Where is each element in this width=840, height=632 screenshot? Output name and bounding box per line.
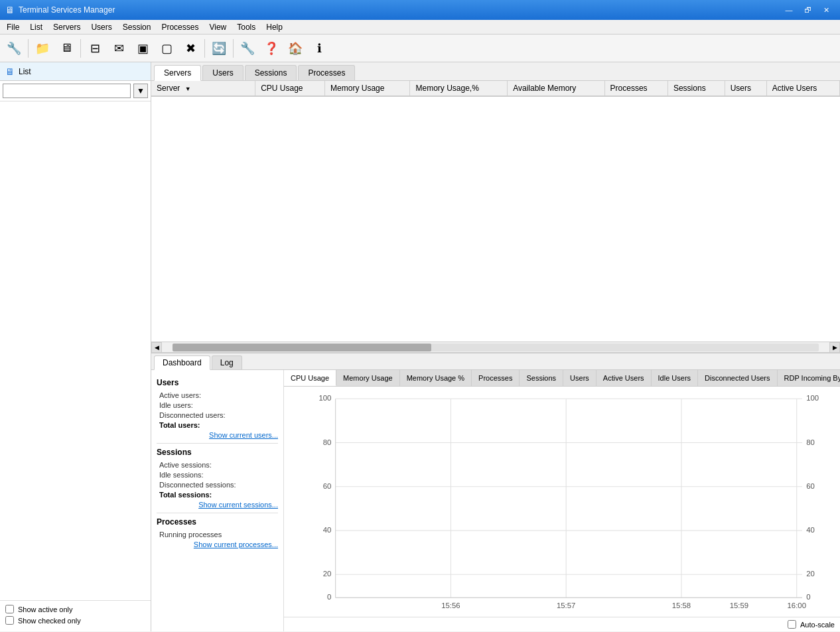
message-tool-button[interactable]: ✉ (107, 37, 130, 60)
main-tab-bar: Servers Users Sessions Processes (151, 62, 840, 81)
left-panel: 🖥 List ▼ Show active only Show checked o… (0, 62, 151, 631)
sessions-section-title: Sessions (157, 448, 278, 457)
svg-text:15:56: 15:56 (441, 601, 460, 609)
show-checked-row: Show checked only (5, 616, 145, 625)
info-tool-button[interactable]: ℹ (308, 37, 330, 60)
properties-tool-button[interactable]: 🔧 (3, 37, 25, 60)
chart-tab-users[interactable]: Users (563, 370, 596, 386)
restore-button[interactable]: 🗗 (799, 3, 816, 17)
running-processes-label: Running processes (159, 531, 222, 538)
col-processes[interactable]: Processes (604, 81, 667, 96)
autoscale-checkbox[interactable] (788, 620, 796, 629)
chart-tab-rdp[interactable]: RDP Incoming Bytes (778, 370, 840, 386)
disconnected-users-row: Disconnected users: (157, 411, 278, 419)
svg-text:0: 0 (327, 593, 331, 601)
scroll-left-btn[interactable]: ◀ (151, 342, 162, 353)
menu-item-session[interactable]: Session (117, 20, 157, 34)
tab-sessions[interactable]: Sessions (245, 65, 297, 80)
menu-item-view[interactable]: View (204, 20, 232, 34)
connect-tool-button[interactable]: ▣ (131, 37, 154, 60)
scroll-right-btn[interactable]: ▶ (829, 342, 840, 353)
col-sessions[interactable]: Sessions (667, 81, 725, 96)
tab-users[interactable]: Users (202, 65, 243, 80)
active-sessions-label: Active sessions: (159, 461, 212, 469)
chart-tab-bar: CPU Usage Memory Usage Memory Usage % Pr… (284, 370, 840, 387)
terminate-tool-button[interactable]: ✖ (179, 37, 202, 60)
running-processes-row: Running processes (157, 531, 278, 538)
show-active-checkbox[interactable] (5, 605, 14, 613)
tree-area (0, 101, 151, 600)
server-table: Server ▼ CPU Usage Memory Usage Memory U… (151, 81, 840, 97)
menu-item-users[interactable]: Users (86, 20, 117, 34)
processes-section-title: Processes (157, 517, 278, 527)
menu-item-file[interactable]: File (1, 20, 25, 34)
chart-tab-disconnected-users[interactable]: Disconnected Users (698, 370, 777, 386)
hscroll-thumb[interactable] (173, 344, 431, 351)
hscroll-track[interactable] (173, 344, 819, 351)
menu-item-tools[interactable]: Tools (232, 20, 261, 34)
chart-tab-sessions[interactable]: Sessions (520, 370, 563, 386)
chart-tab-active-users[interactable]: Active Users (596, 370, 652, 386)
svg-text:20: 20 (806, 570, 815, 578)
show-current-users-link[interactable]: Show current users... (157, 431, 278, 439)
minimize-button[interactable]: — (780, 3, 798, 17)
dash-tab-log[interactable]: Log (212, 355, 242, 369)
idle-sessions-row: Idle sessions: (157, 471, 278, 479)
menu-item-servers[interactable]: Servers (48, 20, 86, 34)
search-button[interactable]: ▼ (133, 84, 148, 98)
col-cpu[interactable]: CPU Usage (255, 81, 325, 96)
tab-servers[interactable]: Servers (154, 65, 201, 81)
chart-tab-idle-users[interactable]: Idle Users (652, 370, 699, 386)
svg-text:16:00: 16:00 (788, 601, 806, 609)
horizontal-scrollbar[interactable]: ◀ ▶ (151, 342, 840, 353)
active-users-label: Active users: (159, 391, 201, 399)
wrench-tool-button[interactable]: 🔧 (236, 37, 259, 60)
active-users-row: Active users: (157, 391, 278, 399)
remote-tool-button[interactable]: ▢ (155, 37, 178, 60)
tab-processes[interactable]: Processes (298, 65, 355, 80)
show-current-processes-link[interactable]: Show current processes... (157, 540, 278, 548)
search-input[interactable] (3, 84, 131, 98)
show-checked-label: Show checked only (18, 617, 81, 625)
disconnected-users-label: Disconnected users: (159, 411, 226, 419)
dashboard-content: Users Active users: Idle users: Disconne… (151, 370, 840, 631)
col-users[interactable]: Users (725, 81, 766, 96)
idle-users-row: Idle users: (157, 401, 278, 409)
svg-text:80: 80 (806, 438, 815, 446)
chart-area: CPU Usage Memory Usage Memory Usage % Pr… (284, 370, 840, 631)
col-active-users[interactable]: Active Users (766, 81, 839, 96)
dash-tab-dashboard[interactable]: Dashboard (154, 355, 210, 370)
svg-text:15:59: 15:59 (730, 601, 748, 609)
left-panel-title: List (19, 67, 31, 76)
col-memory-pct[interactable]: Memory Usage,% (410, 81, 508, 96)
col-memory[interactable]: Memory Usage (325, 81, 410, 96)
col-avail-mem[interactable]: Available Memory (508, 81, 604, 96)
show-active-row: Show active only (5, 605, 145, 613)
add-monitor-tool-button[interactable]: 🖥 (55, 37, 78, 60)
svg-text:60: 60 (323, 482, 332, 490)
sessions-divider (157, 513, 278, 513)
svg-text:0: 0 (806, 593, 810, 601)
svg-text:40: 40 (323, 526, 332, 534)
help-tool-button[interactable]: ❓ (260, 37, 283, 60)
menu-item-list[interactable]: List (25, 20, 48, 34)
chart-tab-cpu[interactable]: CPU Usage (284, 370, 336, 386)
disconnected-sessions-label: Disconnected sessions: (159, 481, 236, 489)
menu-item-processes[interactable]: Processes (156, 20, 204, 34)
disconnected-sessions-row: Disconnected sessions: (157, 481, 278, 489)
total-users-row: Total users: (157, 421, 278, 429)
disconnect-tool-button[interactable]: ⊟ (84, 37, 106, 60)
col-server[interactable]: Server ▼ (151, 81, 255, 96)
chart-tab-memory-pct[interactable]: Memory Usage % (400, 370, 472, 386)
close-button[interactable]: ✕ (817, 3, 835, 17)
menu-item-help[interactable]: Help (261, 20, 288, 34)
show-checked-checkbox[interactable] (5, 616, 14, 625)
chart-tab-memory[interactable]: Memory Usage (336, 370, 400, 386)
chart-content: 100 80 60 40 20 0 100 80 60 40 20 (284, 387, 840, 617)
refresh-tool-button[interactable]: 🔄 (208, 37, 230, 60)
chart-tab-processes[interactable]: Processes (472, 370, 520, 386)
users-section-title: Users (157, 378, 278, 387)
home-tool-button[interactable]: 🏠 (284, 37, 307, 60)
add-server-tool-button[interactable]: 📁 (31, 37, 54, 60)
show-current-sessions-link[interactable]: Show current sessions... (157, 501, 278, 509)
